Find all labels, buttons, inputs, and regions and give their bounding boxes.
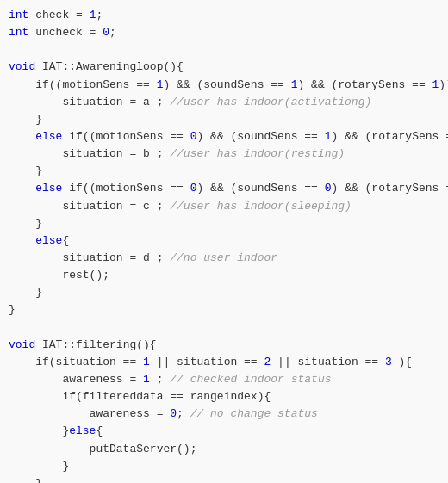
code-editor: int check = 1;int uncheck = 0; void IAT:… [0, 0, 448, 483]
code-line: situation = d ; //no user indoor [9, 250, 439, 267]
code-line: } [9, 458, 439, 475]
code-line: } [9, 111, 439, 128]
code-line: situation = b ; //user has indoor(restin… [9, 146, 439, 163]
code-line: rest(); [9, 267, 439, 284]
code-line: int check = 1; [9, 7, 439, 24]
code-line: }else{ [9, 423, 439, 440]
code-line: if(filtereddata == rangeindex){ [9, 388, 439, 406]
code-line [9, 319, 439, 337]
code-line: situation = a ; //user has indoor(activa… [9, 94, 439, 111]
code-line: awareness = 1 ; // checked indoor status [9, 371, 439, 388]
code-line: } [9, 475, 439, 483]
code-line: int uncheck = 0; [9, 24, 439, 41]
code-line: putDataServer(); [9, 441, 439, 458]
code-line: } [9, 215, 439, 232]
code-line: else if((motionSens == 0) && (soundSens … [9, 180, 439, 197]
code-line: else if((motionSens == 0) && (soundSens … [9, 128, 439, 146]
code-line: } [9, 163, 439, 180]
code-line: if(situation == 1 || situation == 2 || s… [9, 354, 439, 371]
code-line: else{ [9, 232, 439, 250]
code-line: situation = c ; //user has indoor(sleepi… [9, 198, 439, 215]
code-line: awareness = 0; // no change status [9, 406, 439, 423]
code-line: if((motionSens == 1) && (soundSens == 1)… [9, 77, 439, 94]
code-line: void IAT::filtering(){ [9, 337, 439, 354]
code-line: } [9, 284, 439, 301]
code-line: void IAT::Awareningloop(){ [9, 59, 439, 76]
code-line [9, 41, 439, 59]
code-line: } [9, 301, 439, 319]
